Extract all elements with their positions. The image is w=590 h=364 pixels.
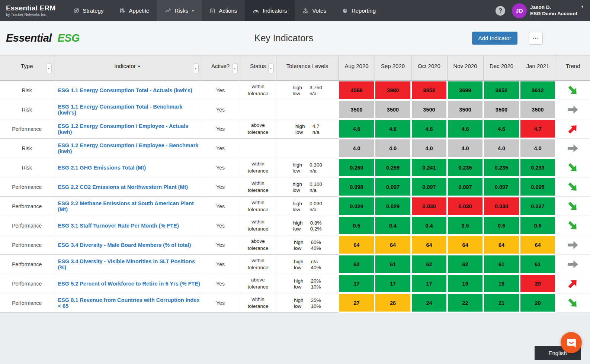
indicator-value: 4.6 <box>375 120 410 138</box>
indicator-value: 4.0 <box>375 139 410 157</box>
indicator-value: 21 <box>484 294 519 312</box>
column-header-tolerance[interactable]: Tolerance Levels <box>276 55 339 81</box>
status-cell: within tolerance <box>240 293 276 313</box>
tolerance-value: n/a <box>310 187 322 193</box>
column-header-status[interactable]: Status▼ <box>240 55 276 81</box>
column-header-indicator[interactable]: Indicator▲▼ <box>54 55 201 81</box>
trend-cell <box>556 119 590 139</box>
tolerance-values: high20%low10% <box>294 278 321 290</box>
indicator-link[interactable]: ESG 3.4 Diversity - Male Board Members (… <box>58 242 191 248</box>
sort-asc-icon: ▲ <box>138 64 141 68</box>
column-header-active[interactable]: Active?▼ <box>201 55 240 81</box>
column-header-type[interactable]: Type▼ <box>0 55 54 81</box>
trend-up-arrow-icon <box>565 276 581 291</box>
indicator-link[interactable]: ESG 1.2 Energy Consumption / Employee - … <box>58 142 199 154</box>
indicator-value: 0.5 <box>448 217 482 234</box>
tolerance-value: n/a <box>311 259 321 264</box>
column-header-aug-2020[interactable]: Aug 2020 <box>339 55 375 81</box>
nav-item-strategy[interactable]: Strategy <box>65 0 112 21</box>
status-cell: within tolerance <box>240 216 276 235</box>
indicator-value: 26 <box>375 294 410 312</box>
user-menu[interactable]: JD Jason D. ESG Demo Account ▼ <box>512 3 584 18</box>
nav-item-label: Strategy <box>83 7 104 14</box>
tolerance-value: 10% <box>311 284 321 290</box>
filter-button[interactable]: ▼ <box>232 64 238 73</box>
value-cell-dec-2020: 0.097 <box>483 177 520 197</box>
status-cell <box>240 100 276 119</box>
active-cell: Yes <box>201 235 240 255</box>
indicator-link[interactable]: ESG 2.1 GHG Emissions Total (Mt) <box>58 165 146 171</box>
column-header-nov-2020[interactable]: Nov 2020 <box>447 55 483 81</box>
indicator-cell: ESG 1.1 Energy Consumption Total - Actua… <box>54 81 201 100</box>
indicator-link[interactable]: ESG 3.4 Diversity - Visible Minorities i… <box>58 258 195 270</box>
filter-button[interactable]: ▼ <box>268 64 274 73</box>
help-icon[interactable]: ? <box>496 6 505 16</box>
nav-item-indicators[interactable]: Indicators <box>245 0 295 21</box>
indicator-cell: ESG 2.1 GHG Emissions Total (Mt) <box>54 158 201 177</box>
type-cell: Performance <box>0 177 54 197</box>
filter-button[interactable]: ▼ <box>46 64 52 73</box>
column-header-oct-2020[interactable]: Oct 2020 <box>411 55 447 81</box>
tolerance-value: n/a <box>310 91 322 96</box>
indicator-link[interactable]: ESG 3.1 Staff Turnover Rate Per Month (%… <box>58 223 179 229</box>
indicator-value: 0.241 <box>412 159 446 176</box>
more-options-button[interactable]: ••• <box>529 32 543 45</box>
active-cell: Yes <box>201 158 240 177</box>
indicator-link[interactable]: ESG 1.2 Energy Consumption / Employee - … <box>58 123 189 135</box>
nav-item-actions[interactable]: Actions <box>202 0 245 21</box>
column-label: Aug 2020 <box>344 63 368 69</box>
indicator-link[interactable]: ESG 1.1 Energy Consumption Total - Bench… <box>58 104 183 116</box>
value-cell-sep-2020: 0.097 <box>375 177 411 197</box>
nav-item-reporting[interactable]: Reporting <box>334 0 384 21</box>
indicator-link[interactable]: ESG 2.2 CO2 Emissions at Northwestern Pl… <box>58 184 188 190</box>
nav-item-appetite[interactable]: Appetite <box>111 0 157 21</box>
value-cell-oct-2020: 24 <box>411 293 447 313</box>
trend-cell <box>556 235 590 255</box>
add-indicator-button[interactable]: Add Indicator <box>472 32 517 45</box>
value-cell-jan-2021: 64 <box>520 235 556 255</box>
indicator-link[interactable]: ESG 2.2 Methane Emissions at South Ameri… <box>58 200 194 212</box>
column-label: Sep 2020 <box>381 63 405 69</box>
indicator-value: 0.029 <box>339 197 374 215</box>
nav-item-risks[interactable]: Risks▾ <box>157 0 202 21</box>
indicator-link[interactable]: ESG 8.1 Revenue from Countries with Corr… <box>58 297 200 309</box>
value-cell-sep-2020: 4.0 <box>375 139 411 158</box>
table-row: PerformanceESG 5.2 Percent of Workforce … <box>0 274 590 293</box>
tolerance-cell: high60%low40% <box>276 235 339 255</box>
value-cell-oct-2020: 17 <box>411 274 447 293</box>
indicator-value: 64 <box>448 236 482 254</box>
column-header-sep-2020[interactable]: Sep 2020 <box>375 55 411 81</box>
chevron-down-icon: ▼ <box>270 67 272 70</box>
indicator-value: 3500 <box>412 101 446 118</box>
indicator-value: 19 <box>484 275 519 292</box>
indicator-link[interactable]: ESG 1.1 Energy Consumption Total - Actua… <box>58 87 192 93</box>
active-cell: Yes <box>201 293 240 313</box>
chat-bubble-icon <box>565 337 577 349</box>
indicator-value: 0.029 <box>375 197 410 215</box>
filter-button[interactable]: ▼ <box>193 64 199 73</box>
nav-item-votes[interactable]: Votes <box>295 0 334 21</box>
indicator-cell: ESG 2.2 CO2 Emissions at Northwestern Pl… <box>54 177 201 197</box>
trend-cell <box>556 177 590 197</box>
tolerance-values: high0.300lown/a <box>293 162 322 174</box>
column-header-label: Type <box>0 63 54 73</box>
nav-right: ? JD Jason D. ESG Demo Account ▼ <box>496 0 590 21</box>
indicator-value: 3980 <box>375 81 410 99</box>
column-header-dec-2020[interactable]: Dec 2020 <box>483 55 520 81</box>
column-header-trend[interactable]: Trend <box>556 55 590 81</box>
indicator-cell: ESG 3.1 Staff Turnover Rate Per Month (%… <box>54 216 201 235</box>
indicators-icon <box>253 7 259 14</box>
indicator-value: 0.098 <box>339 178 374 196</box>
chat-button[interactable] <box>561 332 582 353</box>
column-header-jan-2021[interactable]: Jan 2021 <box>520 55 556 81</box>
value-cell-nov-2020: 19 <box>447 274 483 293</box>
indicator-link[interactable]: ESG 5.2 Percent of Workforce to Retire i… <box>58 281 200 287</box>
table-row: RiskESG 2.1 GHG Emissions Total (Mt)Yesw… <box>0 158 590 177</box>
app-logo[interactable]: Essential ERM by Tracker Networks Inc. <box>0 0 65 21</box>
indicators-table: Type▼Indicator▲▼Active?▼Status▼Tolerance… <box>0 55 590 313</box>
indicator-value: 3852 <box>412 81 446 99</box>
value-cell-nov-2020: 3500 <box>447 100 483 119</box>
value-cell-aug-2020: 62 <box>339 255 375 274</box>
value-cell-sep-2020: 61 <box>375 255 411 274</box>
value-cell-dec-2020: 4.0 <box>483 139 520 158</box>
